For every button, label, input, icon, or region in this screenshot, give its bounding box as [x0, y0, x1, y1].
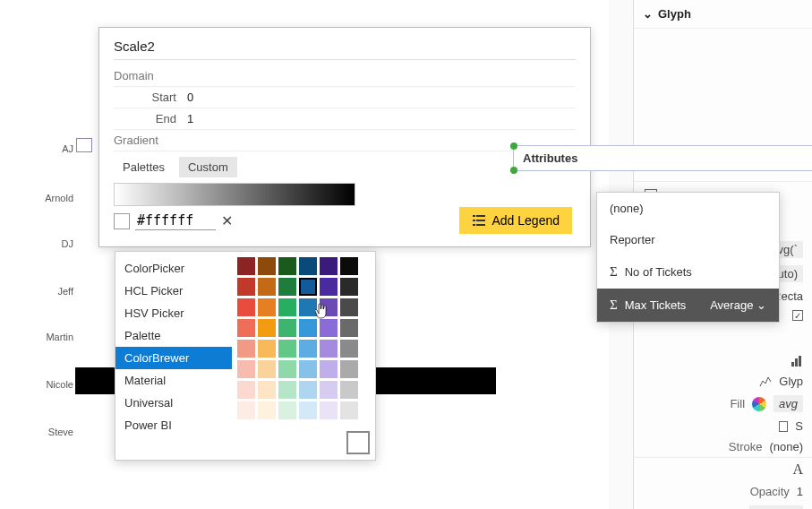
- color-swatch[interactable]: [237, 360, 255, 378]
- glyph-header[interactable]: ⌄ Glyph: [634, 0, 812, 29]
- color-swatch[interactable]: [237, 257, 255, 275]
- color-swatch[interactable]: [320, 360, 338, 378]
- axis-label: Martin: [41, 332, 73, 342]
- glyph-list-item[interactable]: Glyp: [634, 371, 812, 392]
- picker-type-hcl[interactable]: HCL Picker: [115, 280, 232, 302]
- color-swatch[interactable]: [258, 319, 276, 337]
- end-value[interactable]: 1: [187, 112, 576, 125]
- picker-type-hsv[interactable]: HSV Picker: [115, 302, 232, 324]
- color-swatch[interactable]: [278, 340, 296, 358]
- glyph-label: Glyph: [658, 7, 691, 21]
- visibility-value[interactable]: Conditio: [749, 505, 803, 509]
- color-swatch[interactable]: [299, 298, 317, 316]
- attributes-header[interactable]: Attributes: [513, 145, 812, 171]
- color-swatch[interactable]: [258, 257, 276, 275]
- bars-icon: [759, 375, 772, 388]
- color-swatch[interactable]: [340, 360, 358, 378]
- picker-type-colorbrewer[interactable]: ColorBrewer: [115, 347, 232, 369]
- color-swatch[interactable]: [278, 360, 296, 378]
- color-swatch[interactable]: [299, 257, 317, 275]
- text-icon[interactable]: A: [792, 462, 803, 478]
- color-swatch[interactable]: [258, 360, 276, 378]
- sigma-icon: Σ: [610, 264, 618, 280]
- field-none[interactable]: (none): [597, 193, 779, 224]
- color-swatch[interactable]: [258, 340, 276, 358]
- field-tickets[interactable]: Σ No of Tickets: [597, 255, 779, 289]
- picker-type-palette[interactable]: Palette: [115, 324, 232, 347]
- picker-type-powerbi[interactable]: Power BI: [115, 414, 232, 436]
- axis-label: Arnold: [41, 193, 73, 203]
- hex-swatch[interactable]: [114, 213, 130, 229]
- tab-palettes[interactable]: Palettes: [114, 157, 174, 177]
- add-legend-button[interactable]: Add Legend: [459, 207, 572, 234]
- color-swatch[interactable]: [320, 319, 338, 337]
- color-swatch[interactable]: [299, 401, 317, 419]
- color-swatch[interactable]: [278, 401, 296, 419]
- color-swatch[interactable]: [320, 340, 338, 358]
- color-swatch[interactable]: [237, 381, 255, 399]
- field-max-tickets[interactable]: Σ Max Tickets Average ⌄: [597, 289, 779, 322]
- color-swatch[interactable]: [320, 257, 338, 275]
- color-swatch[interactable]: [320, 298, 338, 316]
- color-swatch[interactable]: [340, 340, 358, 358]
- glyph-list-item[interactable]: [634, 351, 812, 371]
- field-dropdown: (none) Reporter Σ No of Tickets Σ Max Ti…: [596, 192, 780, 323]
- swatch-grid: [232, 252, 375, 460]
- color-swatch[interactable]: [320, 401, 338, 419]
- opacity-value[interactable]: 1: [797, 485, 803, 498]
- s-item[interactable]: S: [634, 416, 812, 436]
- axis-label: AJ: [41, 143, 73, 154]
- field-max-label: Max Tickets: [625, 298, 687, 312]
- color-swatch[interactable]: [340, 401, 358, 419]
- color-swatch[interactable]: [320, 278, 338, 296]
- color-swatch[interactable]: [278, 319, 296, 337]
- color-swatch[interactable]: [278, 257, 296, 275]
- color-swatch[interactable]: [237, 319, 255, 337]
- axis-label: Jeff: [41, 286, 73, 297]
- picker-type-material[interactable]: Material: [115, 369, 232, 392]
- color-swatch[interactable]: [299, 278, 317, 296]
- color-swatch[interactable]: [258, 278, 276, 296]
- color-swatch[interactable]: [278, 298, 296, 316]
- color-swatch[interactable]: [299, 360, 317, 378]
- color-swatch[interactable]: [278, 278, 296, 296]
- svg-rect-1: [476, 215, 485, 217]
- svg-rect-3: [476, 220, 485, 221]
- color-swatch[interactable]: [299, 319, 317, 337]
- checkbox-on[interactable]: [792, 310, 803, 321]
- resize-handle-icon[interactable]: [510, 142, 517, 150]
- hex-input[interactable]: [135, 211, 216, 230]
- color-swatch[interactable]: [237, 298, 255, 316]
- color-swatch[interactable]: [340, 319, 358, 337]
- start-value[interactable]: 0: [187, 91, 576, 104]
- picker-type-universal[interactable]: Universal: [115, 392, 232, 414]
- resize-handle-icon[interactable]: [510, 167, 517, 174]
- color-swatch[interactable]: [340, 257, 358, 275]
- color-swatch[interactable]: [278, 381, 296, 399]
- color-swatch[interactable]: [237, 401, 255, 419]
- color-swatch[interactable]: [237, 278, 255, 296]
- aggregate-selector[interactable]: Average ⌄: [710, 298, 766, 312]
- palette-icon[interactable]: [752, 397, 766, 411]
- gradient-section-label: Gradient: [114, 130, 576, 151]
- opacity-label: Opacity: [750, 485, 790, 498]
- stroke-value[interactable]: (none): [769, 440, 803, 453]
- gradient-preview[interactable]: [114, 183, 355, 206]
- picker-type-colorpicker[interactable]: ColorPicker: [115, 257, 232, 280]
- color-swatch[interactable]: [340, 278, 358, 296]
- color-swatch[interactable]: [258, 401, 276, 419]
- field-reporter[interactable]: Reporter: [597, 224, 779, 255]
- svg-rect-6: [791, 362, 794, 367]
- color-swatch[interactable]: [299, 340, 317, 358]
- color-swatch[interactable]: [299, 381, 317, 399]
- color-swatch[interactable]: [320, 381, 338, 399]
- color-swatch[interactable]: [340, 298, 358, 316]
- color-swatch[interactable]: [258, 298, 276, 316]
- color-swatch[interactable]: [258, 381, 276, 399]
- fill-value[interactable]: avg: [779, 397, 798, 410]
- clear-icon[interactable]: ✕: [221, 212, 233, 229]
- tab-custom[interactable]: Custom: [179, 157, 237, 177]
- color-swatch[interactable]: [237, 340, 255, 358]
- color-swatch[interactable]: [340, 381, 358, 399]
- glyph-item-label: Glyp: [779, 375, 803, 388]
